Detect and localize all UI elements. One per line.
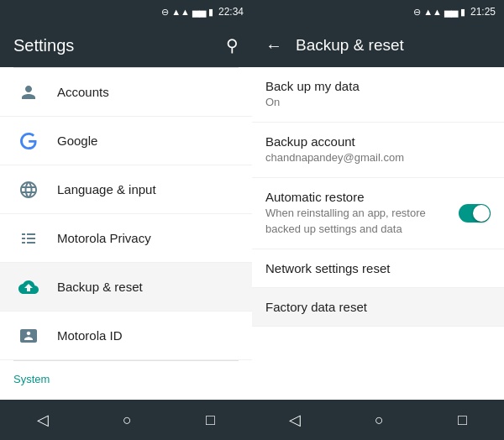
- menu-item-motorola-privacy[interactable]: Motorola Privacy: [0, 214, 252, 263]
- right-status-bar: ⊖ ▲▲ ▅▅ ▮ 21:25: [252, 0, 504, 24]
- auto-restore-row: Automatic restore When reinstalling an a…: [265, 190, 491, 236]
- backup-account-sub: chandnapandey@gmail.com: [265, 150, 491, 165]
- right-recent-button[interactable]: □: [441, 405, 484, 436]
- auto-restore-toggle[interactable]: [459, 204, 491, 223]
- backup-reset-icon: [13, 272, 44, 302]
- right-panel: ⊖ ▲▲ ▅▅ ▮ 21:25 ← Backup & reset Back up…: [252, 0, 504, 440]
- left-menu: Accounts Google Language & input: [0, 67, 252, 400]
- menu-item-backup-reset[interactable]: Backup & reset: [0, 263, 252, 312]
- right-status-icons: ⊖ ▲▲ ▅▅ ▮: [413, 7, 465, 18]
- right-battery-icon: ▮: [460, 7, 465, 18]
- backup-account-item[interactable]: Backup account chandnapandey@gmail.com: [252, 123, 504, 178]
- google-label: Google: [57, 134, 97, 148]
- right-wifi-icon: ▲▲: [423, 7, 442, 17]
- factory-reset-item[interactable]: Factory data reset: [252, 288, 504, 327]
- language-icon: [13, 175, 44, 205]
- left-signal-icon: ⊖: [161, 7, 169, 18]
- toggle-knob: [473, 205, 490, 222]
- google-icon: [13, 126, 44, 156]
- left-home-button[interactable]: ○: [106, 405, 149, 436]
- accounts-icon: [13, 77, 44, 107]
- left-battery-icon: ▮: [208, 7, 213, 18]
- left-panel: ⊖ ▲▲ ▅▅ ▮ 22:34 Settings ⚲ Accounts: [0, 0, 252, 440]
- auto-restore-text-block: Automatic restore When reinstalling an a…: [265, 190, 459, 236]
- left-clock: 22:34: [218, 6, 244, 18]
- network-reset-item[interactable]: Network settings reset: [252, 249, 504, 288]
- right-back-button[interactable]: ◁: [272, 404, 318, 436]
- motorola-privacy-label: Motorola Privacy: [57, 231, 151, 245]
- right-home-button[interactable]: ○: [358, 405, 401, 436]
- right-nav-bar: ◁ ○ □: [252, 400, 504, 440]
- right-header: ← Backup & reset: [252, 24, 504, 67]
- right-clock: 21:25: [470, 6, 496, 18]
- auto-restore-item[interactable]: Automatic restore When reinstalling an a…: [252, 178, 504, 249]
- auto-restore-sub: When reinstalling an app, restore backed…: [265, 206, 449, 236]
- accounts-label: Accounts: [57, 85, 109, 99]
- backup-data-sub: On: [265, 95, 491, 110]
- right-signal-icon: ⊖: [413, 7, 421, 18]
- right-header-title: Backup & reset: [296, 36, 404, 55]
- system-section-header: System: [0, 361, 252, 390]
- backup-reset-settings: Back up my data On Backup account chandn…: [252, 67, 504, 400]
- left-header-title: Settings: [13, 36, 74, 55]
- motorola-privacy-icon: [13, 223, 44, 254]
- backup-reset-label: Backup & reset: [57, 280, 143, 294]
- backup-account-title: Backup account: [265, 134, 491, 149]
- backup-data-item[interactable]: Back up my data On: [252, 67, 504, 123]
- language-label: Language & input: [57, 182, 156, 196]
- backup-data-title: Back up my data: [265, 79, 491, 93]
- menu-item-google[interactable]: Google: [0, 117, 252, 165]
- auto-restore-title: Automatic restore: [265, 190, 449, 204]
- left-status-icons: ⊖ ▲▲ ▅▅ ▮: [161, 7, 213, 18]
- left-back-button[interactable]: ◁: [20, 404, 66, 436]
- network-reset-title: Network settings reset: [265, 261, 491, 275]
- menu-item-language[interactable]: Language & input: [0, 165, 252, 214]
- left-status-bar: ⊖ ▲▲ ▅▅ ▮ 22:34: [0, 0, 252, 24]
- search-icon[interactable]: ⚲: [226, 35, 239, 55]
- left-recent-button[interactable]: □: [189, 405, 232, 436]
- left-nav-bar: ◁ ○ □: [0, 400, 252, 440]
- right-signal-bars: ▅▅: [444, 7, 458, 18]
- left-header: Settings ⚲: [0, 24, 252, 67]
- factory-reset-title: Factory data reset: [265, 300, 491, 314]
- back-icon[interactable]: ←: [265, 36, 282, 55]
- motorola-id-label: Motorola ID: [57, 328, 123, 343]
- menu-item-motorola-id[interactable]: Motorola ID: [0, 312, 252, 360]
- motorola-id-icon: [13, 321, 44, 351]
- left-signal-bars: ▅▅: [192, 7, 206, 18]
- left-wifi-icon: ▲▲: [171, 7, 190, 17]
- menu-item-accounts[interactable]: Accounts: [0, 68, 252, 117]
